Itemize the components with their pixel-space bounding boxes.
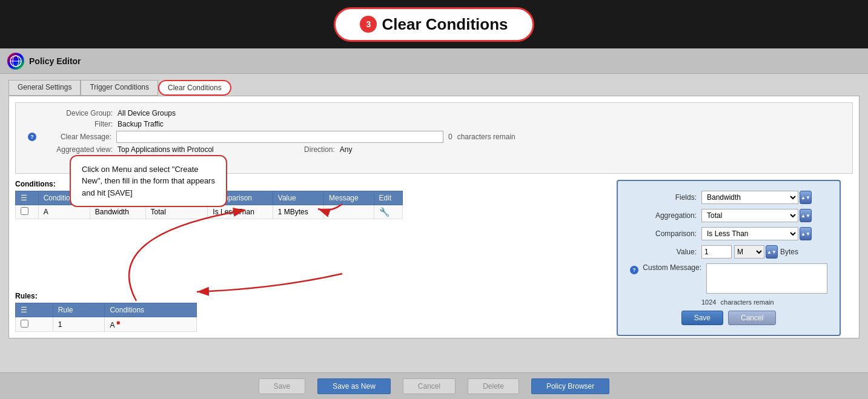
form-save-button[interactable]: Save [681, 311, 723, 325]
step-badge: 3 [360, 16, 377, 33]
value-unit-suffix: Bytes [780, 248, 798, 256]
row-value: 1 MBytes [273, 205, 323, 219]
form-cancel-button[interactable]: Cancel [728, 311, 776, 325]
cancel-button[interactable]: Cancel [403, 378, 456, 394]
rules-row-checkbox[interactable] [21, 320, 28, 328]
comparison-arrow-btn[interactable]: ▲▼ [800, 227, 812, 240]
top-title-text: Clear Conditions [382, 15, 508, 34]
filter-value: Backup Traffic [118, 120, 164, 128]
aggregated-view-value: Top Applications with Protocol [118, 145, 214, 154]
policy-browser-button[interactable]: Policy Browser [531, 378, 609, 394]
conditions-col-value: Value [273, 191, 323, 205]
row-edit[interactable]: 🔧 [374, 205, 402, 219]
tab-trigger-conditions[interactable]: Trigger Conditions [81, 80, 158, 96]
conditions-col-message: Message [324, 191, 374, 205]
char-remain-label: characters remain [721, 298, 774, 306]
tab-clear-conditions[interactable]: Clear Conditions [158, 80, 231, 96]
direction-label: Direction: [250, 145, 335, 154]
rules-row-conditions: A ■ [105, 317, 197, 332]
comparison-select-wrap: Is Less Than ▲▼ [701, 227, 812, 240]
app-title: Policy Editor [29, 56, 81, 66]
bottom-bar: Save Save as New Cancel Delete Policy Br… [0, 372, 868, 399]
value-unit-wrap: M ▲▼ [734, 245, 778, 259]
tab-bar: General Settings Trigger Conditions Clea… [8, 80, 860, 96]
main-content: General Settings Trigger Conditions Clea… [0, 74, 868, 372]
save-button[interactable]: Save [259, 378, 305, 394]
aggregation-select[interactable]: Total [701, 209, 798, 222]
value-unit-select[interactable]: M [734, 245, 764, 259]
edit-form-panel: Fields: Bandwidth ▲▼ Aggregation: Total [617, 180, 841, 336]
value-label: Value: [630, 248, 697, 256]
direction-value: Any [340, 145, 353, 154]
rules-row-check[interactable] [16, 317, 53, 332]
clear-message-char-count: 0 [448, 133, 452, 141]
fields-label: Fields: [630, 193, 697, 202]
conditions-col-check: ☰ [16, 191, 39, 205]
fields-select[interactable]: Bandwidth [701, 191, 798, 204]
row-checkbox[interactable] [21, 207, 28, 215]
rules-col-conditions: Conditions [105, 303, 197, 317]
clear-message-label: Clear Message: [39, 133, 111, 141]
main-panel: Device Group: All Device Groups Filter: … [8, 96, 860, 338]
clear-message-char-remain: characters remain [457, 133, 515, 141]
conditions-wrapper: Conditions: ☰ Condition Field Aggregatio… [15, 180, 853, 219]
clear-message-help-icon: ? [28, 133, 36, 141]
comparison-label: Comparison: [630, 229, 697, 238]
custom-message-label: Custom Message: [641, 263, 701, 272]
aggregation-label: Aggregation: [630, 211, 697, 220]
form-buttons: Save Cancel [630, 311, 827, 325]
tab-general-settings[interactable]: General Settings [8, 80, 81, 96]
filter-label: Filter: [28, 120, 113, 128]
custom-message-textarea[interactable] [706, 263, 827, 294]
tooltip-bubble: Click on Menu and select "Create New", t… [70, 155, 227, 208]
clear-message-input[interactable] [116, 131, 443, 143]
char-remain-row: 1024 characters remain [701, 298, 827, 306]
rules-col-check: ☰ [16, 303, 53, 317]
rules-col-rule: Rule [53, 303, 105, 317]
custom-message-help-icon: ? [630, 266, 638, 274]
char-remain-count: 1024 [701, 298, 716, 306]
app-header: Policy Editor [0, 48, 868, 74]
aggregation-select-wrap: Total ▲▼ [701, 209, 812, 222]
value-unit-arrow-btn[interactable]: ▲▼ [766, 245, 778, 259]
rules-row-rule: 1 [53, 317, 105, 332]
rules-table: ☰ Rule Conditions 1 A ■ [15, 303, 197, 332]
edit-icon[interactable]: 🔧 [379, 207, 389, 217]
conditions-col-edit: Edit [374, 191, 402, 205]
fields-arrow-btn[interactable]: ▲▼ [800, 191, 812, 204]
fields-select-wrap: Bandwidth ▲▼ [701, 191, 812, 204]
comparison-select[interactable]: Is Less Than [701, 227, 798, 240]
device-group-label: Device Group: [28, 109, 113, 117]
delete-button[interactable]: Delete [468, 378, 519, 394]
row-message [324, 205, 374, 219]
table-header-icon: ☰ [21, 194, 27, 202]
row-check[interactable] [16, 205, 39, 219]
rules-table-row: 1 A ■ [16, 317, 197, 332]
step-title-pill: 3 Clear Conditions [334, 7, 534, 42]
tooltip-text: Click on Menu and select "Create New", t… [82, 165, 215, 197]
device-group-value: All Device Groups [118, 109, 176, 117]
save-as-new-button[interactable]: Save as New [317, 378, 391, 394]
aggregated-view-label: Aggregated view: [28, 145, 113, 154]
value-number-input[interactable] [701, 245, 732, 259]
app-logo-icon [7, 53, 24, 70]
top-annotation-bar: 3 Clear Conditions [0, 0, 868, 48]
aggregation-arrow-btn[interactable]: ▲▼ [800, 209, 812, 222]
